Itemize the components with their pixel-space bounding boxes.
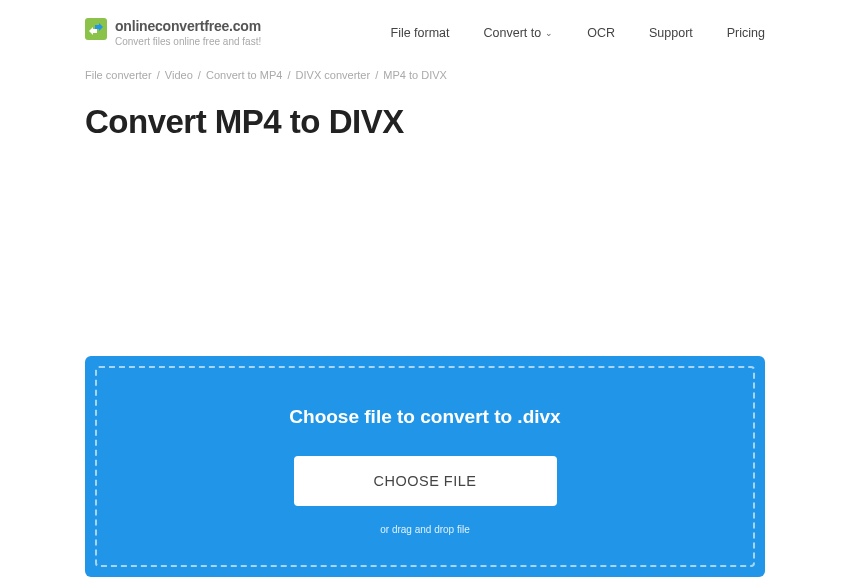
brand-subtitle: Convert files online free and fast! bbox=[115, 36, 261, 47]
upload-panel: Choose file to convert to .divx CHOOSE F… bbox=[85, 356, 765, 577]
upload-title: Choose file to convert to .divx bbox=[117, 406, 733, 428]
nav-file-format[interactable]: File format bbox=[391, 26, 450, 40]
page-title: Convert MP4 to DIVX bbox=[85, 103, 765, 141]
chevron-down-icon: ⌄ bbox=[545, 28, 553, 38]
drag-hint: or drag and drop file bbox=[117, 524, 733, 535]
nav: File format Convert to ⌄ OCR Support Pri… bbox=[391, 26, 766, 40]
breadcrumb-divx-converter[interactable]: DIVX converter bbox=[296, 69, 371, 81]
breadcrumb-file-converter[interactable]: File converter bbox=[85, 69, 152, 81]
nav-convert-to[interactable]: Convert to ⌄ bbox=[484, 26, 554, 40]
breadcrumb-convert-to-mp4[interactable]: Convert to MP4 bbox=[206, 69, 282, 81]
breadcrumb-current: MP4 to DIVX bbox=[383, 69, 447, 81]
nav-ocr[interactable]: OCR bbox=[587, 26, 615, 40]
header: onlineconvertfree.com Convert files onli… bbox=[85, 0, 765, 57]
nav-support[interactable]: Support bbox=[649, 26, 693, 40]
brand-title: onlineconvertfree.com bbox=[115, 18, 261, 34]
breadcrumb-video[interactable]: Video bbox=[165, 69, 193, 81]
breadcrumb: File converter / Video / Convert to MP4 … bbox=[85, 57, 765, 89]
choose-file-button[interactable]: CHOOSE FILE bbox=[294, 456, 557, 506]
upload-dropzone[interactable]: Choose file to convert to .divx CHOOSE F… bbox=[95, 366, 755, 567]
nav-pricing[interactable]: Pricing bbox=[727, 26, 765, 40]
logo-icon bbox=[85, 18, 107, 40]
nav-convert-to-label: Convert to bbox=[484, 26, 542, 40]
brand[interactable]: onlineconvertfree.com Convert files onli… bbox=[85, 18, 261, 47]
